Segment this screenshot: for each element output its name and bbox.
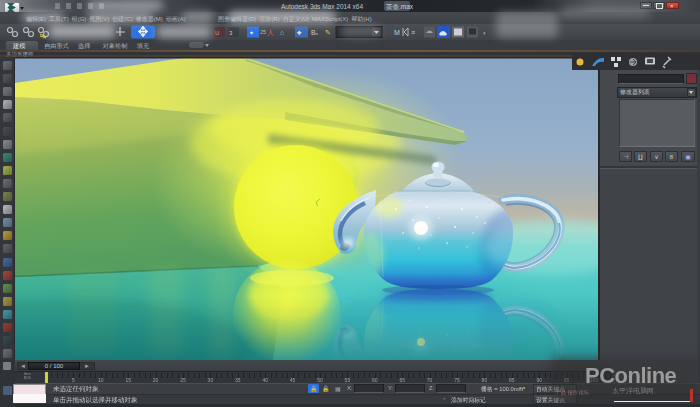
svg-text:Bn: Bn — [311, 29, 318, 36]
svg-text:❖: ❖ — [297, 30, 302, 36]
svg-text:✦: ✦ — [249, 30, 254, 36]
svg-text:M: M — [394, 29, 400, 36]
svg-text:◖: ◖ — [482, 29, 486, 36]
svg-text:U: U — [215, 30, 219, 36]
svg-text:✎: ✎ — [325, 29, 331, 36]
svg-text:⌂: ⌂ — [280, 29, 284, 36]
svg-text:≡: ≡ — [411, 29, 415, 36]
svg-text:25: 25 — [260, 29, 266, 35]
svg-text:人: 人 — [267, 29, 274, 37]
